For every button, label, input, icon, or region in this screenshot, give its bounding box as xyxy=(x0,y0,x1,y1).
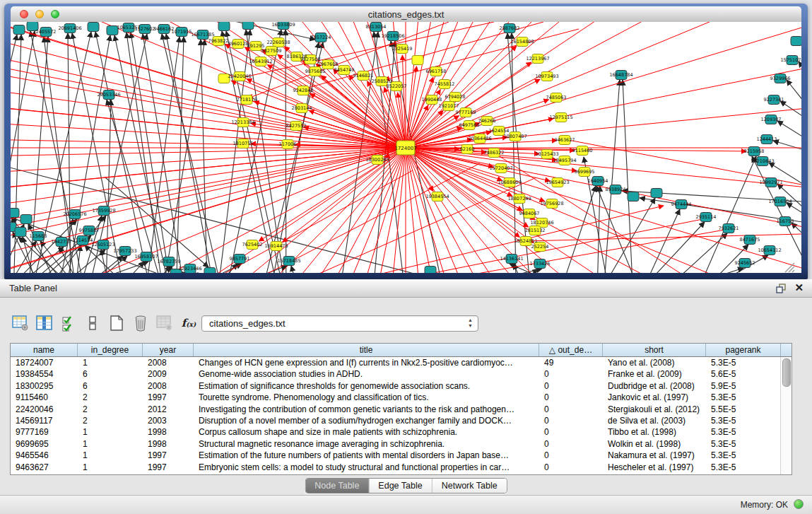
vertical-scrollbar[interactable] xyxy=(780,357,792,474)
graph-node-label: 10973493 xyxy=(535,74,558,79)
table-panel-header: Table Panel ✕ xyxy=(0,279,812,298)
graph-node[interactable] xyxy=(242,22,254,30)
network-view-window[interactable]: citations_edges.txt 24055722069140610653… xyxy=(4,4,808,279)
column-header-out_degree[interactable]: △ out_de… xyxy=(539,344,603,356)
graph-node[interactable] xyxy=(628,192,639,201)
cell-out_degree: 0 xyxy=(539,462,603,473)
graph-node[interactable] xyxy=(412,56,423,65)
graph-node-label: 8938924 xyxy=(606,187,626,192)
cell-pagerank: 5.9E-5 xyxy=(706,380,781,392)
graph-node-label: 252254 xyxy=(531,244,549,250)
column-header-year[interactable]: year xyxy=(143,344,194,356)
cell-in_degree: 1 xyxy=(78,450,143,461)
graph-node-label: 10654112 xyxy=(758,247,781,253)
close-panel-icon[interactable]: ✕ xyxy=(794,281,804,294)
cell-title: Structural magnetic resonance image aver… xyxy=(194,438,539,450)
function-builder-icon[interactable]: f(x) xyxy=(180,314,198,332)
cell-in_degree: 2 xyxy=(78,404,143,415)
table-row[interactable]: 1872400712008Changes of HCN gene express… xyxy=(11,357,792,368)
show-column-icon[interactable] xyxy=(35,314,54,332)
graph-node[interactable] xyxy=(20,215,32,224)
cell-year: 1997 xyxy=(143,392,194,403)
graph-node-label: 62160 xyxy=(460,146,475,152)
cell-name: 9115460 xyxy=(11,392,78,403)
tab-node-table[interactable]: Node Table xyxy=(305,479,369,493)
column-header-pagerank[interactable]: pagerank xyxy=(706,344,781,356)
graph-node-label: 115683 xyxy=(30,233,47,239)
graph-node-label: 7625402 xyxy=(242,242,263,247)
graph-node[interactable] xyxy=(11,209,19,218)
graph-node-label: 10688609 xyxy=(498,180,521,185)
graph-node-label: 12213384 xyxy=(231,119,254,125)
table-selector-dropdown[interactable]: citations_edges.txt ▲▼ xyxy=(201,315,478,332)
graph-node-label: 2405572 xyxy=(36,29,57,35)
memory-status-icon[interactable] xyxy=(794,499,804,509)
new-file-icon[interactable] xyxy=(107,314,126,332)
select-rows-icon[interactable] xyxy=(59,314,78,332)
table-panel-body: f(x) citations_edges.txt ▲▼ namein_degre… xyxy=(0,298,812,495)
graph-node-label: 10125433 xyxy=(535,151,558,157)
graph-node-label: 8960128 xyxy=(228,41,249,47)
column-header-title[interactable]: title xyxy=(194,344,539,356)
table-row[interactable]: 969969511998Structural magnetic resonanc… xyxy=(11,438,792,450)
graph-node-label: 9827509 xyxy=(261,48,282,54)
table-settings-icon[interactable] xyxy=(11,314,30,332)
graph-node-label: 1244413 xyxy=(757,136,777,142)
cell-in_degree: 2 xyxy=(78,415,143,426)
graph-node[interactable] xyxy=(791,37,801,46)
delete-icon[interactable] xyxy=(131,314,150,332)
graph-node[interactable] xyxy=(651,189,662,198)
cell-short: Tibbo et al. (1998) xyxy=(603,426,706,438)
graph-node-label: 29053346 xyxy=(97,92,120,98)
graph-node-label: 16671385 xyxy=(191,32,214,37)
column-header-short[interactable]: short xyxy=(603,344,706,356)
graph-node[interactable] xyxy=(204,268,216,274)
cell-out_degree: 0 xyxy=(539,426,603,438)
graph-node-label: 1921077 xyxy=(439,103,459,109)
table-row[interactable]: 911546021997Tourette syndrome. Phenomeno… xyxy=(11,392,792,403)
network-window-titlebar[interactable]: citations_edges.txt xyxy=(11,6,801,23)
graph-node[interactable] xyxy=(15,228,26,237)
graph-node-label: 1071915 xyxy=(172,29,192,35)
cell-name: 9699695 xyxy=(11,438,78,450)
cell-year: 2003 xyxy=(143,415,194,426)
cell-title: Tourette syndrome. Phenomenology and cla… xyxy=(194,392,539,403)
graph-node[interactable] xyxy=(218,22,230,31)
graph-node-label: 17359928 xyxy=(92,208,115,214)
column-header-in_degree[interactable]: in_degree xyxy=(78,344,143,356)
table-row[interactable]: 1830029562008Estimation of significance … xyxy=(11,380,792,392)
float-panel-icon[interactable] xyxy=(775,283,787,294)
graph-node-label: 18300295 xyxy=(365,157,389,163)
cell-short: Franke et al. (2009) xyxy=(603,368,706,380)
cell-year: 1998 xyxy=(143,426,194,438)
graph-node[interactable] xyxy=(88,23,99,32)
graph-node-label: 8471675 xyxy=(740,237,760,243)
cell-name: 9465546 xyxy=(11,450,78,461)
cell-in_degree: 2 xyxy=(78,392,143,403)
cell-year: 1997 xyxy=(143,450,194,461)
tab-network-table[interactable]: Network Table xyxy=(433,479,507,493)
graph-node-label: 16914479 xyxy=(264,243,288,249)
cell-pagerank: 5.3E-5 xyxy=(706,392,781,403)
cell-out_degree: 0 xyxy=(539,450,603,461)
graph-node-label: 18807249 xyxy=(507,196,531,201)
graph-node[interactable] xyxy=(13,25,25,35)
network-canvas[interactable]: 2405572206914061065325715276029466162107… xyxy=(11,22,801,273)
cell-in_degree: 6 xyxy=(78,368,143,380)
cell-title: Embryonic stem cells: a model to study s… xyxy=(194,462,539,473)
row-height-icon[interactable] xyxy=(83,314,102,332)
cell-short: Yano et al. (2008) xyxy=(603,357,706,368)
table-row[interactable]: 946362711997Embryonic stem cells: a mode… xyxy=(11,462,792,473)
tab-edge-table[interactable]: Edge Table xyxy=(369,479,432,493)
table-row[interactable]: 1456911722003Disruption of a novel membe… xyxy=(11,415,792,426)
graph-node-label: 9875685 xyxy=(305,69,326,74)
table-row[interactable]: 946554611997Estimation of the future num… xyxy=(11,450,792,461)
table-row[interactable]: 977716911998Corpus callosum shape and si… xyxy=(11,426,792,438)
scrollbar-thumb[interactable] xyxy=(782,358,791,387)
cell-title: Disruption of a novel member of a sodium… xyxy=(194,415,539,426)
table-body: 1872400712008Changes of HCN gene express… xyxy=(11,357,792,473)
table-row[interactable]: 2242004622012Investigating the contribut… xyxy=(11,404,792,415)
table-row[interactable]: 1938455462009Genome-wide association stu… xyxy=(11,368,792,380)
graph-node[interactable] xyxy=(425,267,436,274)
column-header-name[interactable]: name xyxy=(11,344,78,356)
